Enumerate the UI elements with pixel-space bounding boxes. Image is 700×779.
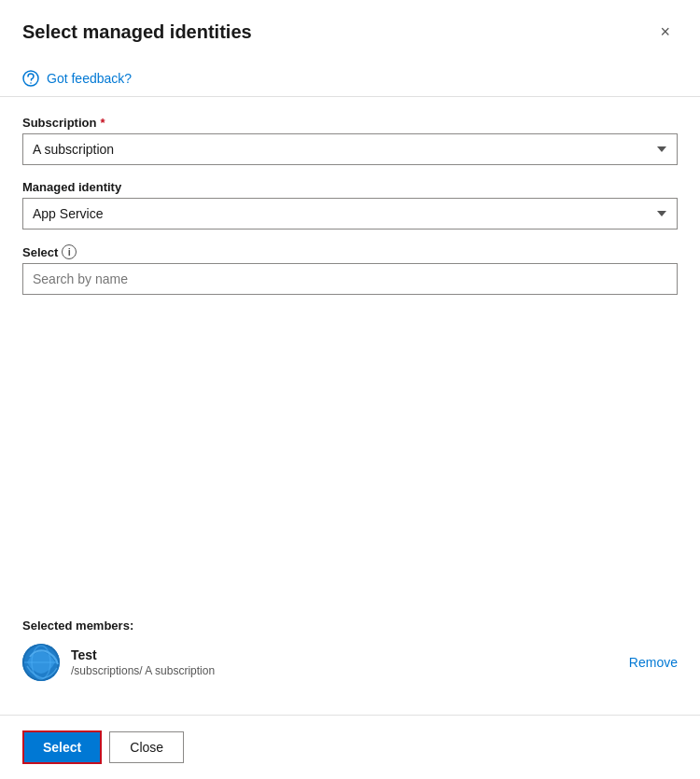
managed-identity-field-group: Managed identity App Service bbox=[22, 180, 678, 230]
feedback-link[interactable]: Got feedback? bbox=[47, 71, 132, 86]
avatar bbox=[22, 644, 60, 681]
subscription-dropdown[interactable]: A subscription bbox=[22, 133, 678, 165]
search-input[interactable] bbox=[22, 263, 678, 295]
select-field-group: Select i bbox=[22, 244, 678, 295]
svg-point-1 bbox=[30, 82, 32, 84]
select-field-label: Select i bbox=[22, 244, 678, 259]
dialog-footer: Select Close bbox=[0, 716, 700, 779]
feedback-icon bbox=[22, 70, 39, 87]
selected-members-label: Selected members: bbox=[22, 619, 678, 633]
select-button[interactable]: Select bbox=[22, 730, 102, 764]
subscription-select-wrapper: A subscription bbox=[22, 133, 678, 165]
feedback-bar: Got feedback? bbox=[0, 61, 700, 97]
member-name: Test bbox=[71, 647, 618, 662]
managed-identity-dropdown[interactable]: App Service bbox=[22, 198, 678, 230]
managed-identity-select-wrapper: App Service bbox=[22, 198, 678, 230]
selected-members-section: Selected members: Test /subscript bbox=[22, 619, 678, 696]
subscription-label: Subscription * bbox=[22, 116, 678, 130]
dialog-body: Subscription * A subscription Managed id… bbox=[0, 97, 700, 715]
info-icon: i bbox=[62, 244, 77, 259]
member-path: /subscriptions/ A subscription bbox=[71, 664, 618, 677]
select-managed-identities-dialog: Select managed identities × Got feedback… bbox=[0, 0, 700, 779]
member-item: Test /subscriptions/ A subscription Remo… bbox=[22, 644, 678, 681]
member-info: Test /subscriptions/ A subscription bbox=[71, 647, 618, 677]
managed-identity-label: Managed identity bbox=[22, 180, 678, 194]
empty-list-area bbox=[22, 310, 678, 604]
subscription-field-group: Subscription * A subscription bbox=[22, 116, 678, 165]
close-button[interactable]: Close bbox=[109, 731, 184, 763]
dialog-header: Select managed identities × bbox=[0, 0, 700, 61]
required-indicator: * bbox=[100, 116, 105, 130]
remove-member-link[interactable]: Remove bbox=[629, 655, 678, 670]
dialog-title: Select managed identities bbox=[22, 21, 252, 43]
close-icon-button[interactable]: × bbox=[652, 19, 678, 46]
